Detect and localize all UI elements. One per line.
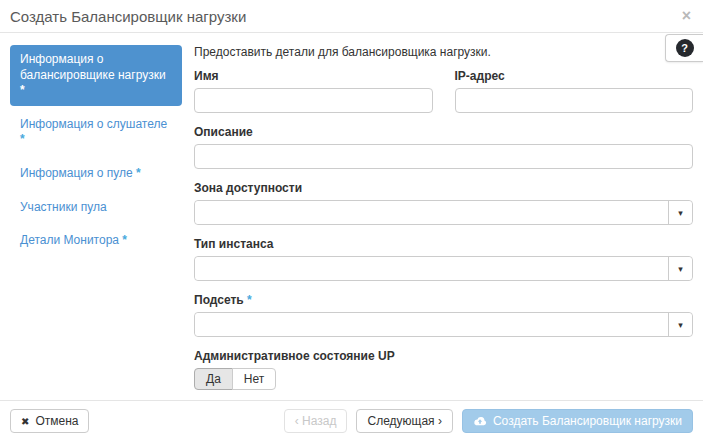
tab-label: Участники пула	[20, 200, 107, 214]
description-field-group: Описание	[194, 125, 693, 169]
required-marker: *	[20, 83, 25, 97]
form-intro-text: Предоставить детали для балансировщика н…	[194, 45, 693, 59]
submit-label: Создать Балансировщик нагрузки	[493, 414, 682, 428]
submit-button[interactable]: Создать Балансировщик нагрузки	[462, 409, 693, 433]
tab-monitor-details[interactable]: Детали Монитора *	[10, 226, 182, 256]
tab-pool-info[interactable]: Информация о пуле *	[10, 159, 182, 189]
wizard-step-list: Информация о балансировщике нагрузки * И…	[10, 45, 182, 400]
instance-type-field-group: Тип инстанса ▾	[194, 237, 693, 281]
tab-label: Детали Монитора	[20, 233, 119, 247]
availability-zone-label: Зона доступности	[194, 181, 693, 195]
admin-state-field-group: Административное состояние UP Да Нет	[194, 349, 693, 390]
required-marker: *	[247, 293, 252, 307]
modal-footer: ✖ Отмена ‹ Назад Следующая › Создать Бал…	[0, 400, 703, 441]
modal-body: ? Информация о балансировщике нагрузки *…	[0, 33, 703, 400]
question-mark-icon: ?	[676, 39, 694, 57]
required-marker: *	[122, 233, 127, 247]
wizard-nav-buttons: ‹ Назад Следующая › Создать Балансировщи…	[284, 409, 693, 433]
admin-state-toggle: Да Нет	[194, 368, 276, 390]
subnet-select[interactable]: ▾	[194, 312, 693, 337]
admin-state-yes-button[interactable]: Да	[194, 368, 233, 390]
next-button[interactable]: Следующая ›	[356, 409, 452, 433]
tab-label: Информация о пуле	[20, 166, 133, 180]
instance-type-label: Тип инстанса	[194, 237, 693, 251]
availability-zone-select[interactable]: ▾	[194, 200, 693, 225]
name-input[interactable]	[194, 88, 433, 113]
chevron-down-icon[interactable]: ▾	[668, 313, 692, 336]
ip-address-label: IP-адрес	[455, 69, 694, 83]
instance-type-select[interactable]: ▾	[194, 256, 693, 281]
tab-label: Информация о балансировщике нагрузки	[20, 52, 166, 82]
back-button[interactable]: ‹ Назад	[284, 409, 348, 433]
chevron-down-icon[interactable]: ▾	[668, 257, 692, 280]
tab-pool-members[interactable]: Участники пула	[10, 193, 182, 223]
cloud-upload-icon	[473, 416, 487, 426]
subnet-label: Подсеть *	[194, 293, 693, 307]
availability-zone-input[interactable]	[195, 201, 668, 224]
name-label: Имя	[194, 69, 433, 83]
subnet-input[interactable]	[195, 313, 668, 336]
required-marker: *	[136, 166, 141, 180]
subnet-field-group: Подсеть * ▾	[194, 293, 693, 337]
name-field-group: Имя	[194, 69, 433, 113]
cancel-label: Отмена	[35, 414, 78, 428]
tab-load-balancer-info[interactable]: Информация о балансировщике нагрузки *	[10, 45, 182, 106]
ip-address-field-group: IP-адрес	[455, 69, 694, 113]
close-icon[interactable]: ×	[682, 8, 691, 24]
modal-header: Создать Балансировщик нагрузки ×	[0, 0, 703, 33]
cancel-button[interactable]: ✖ Отмена	[10, 409, 89, 433]
help-button[interactable]: ?	[665, 34, 703, 62]
availability-zone-field-group: Зона доступности ▾	[194, 181, 693, 225]
admin-state-no-button[interactable]: Нет	[232, 368, 276, 390]
description-input[interactable]	[194, 144, 693, 169]
ip-address-input[interactable]	[455, 88, 694, 113]
admin-state-label: Административное состояние UP	[194, 349, 693, 363]
tab-listener-info[interactable]: Информация о слушателе *	[10, 110, 182, 155]
instance-type-input[interactable]	[195, 257, 668, 280]
load-balancer-form: Предоставить детали для балансировщика н…	[194, 45, 693, 400]
description-label: Описание	[194, 125, 693, 139]
required-marker: *	[20, 132, 25, 146]
chevron-down-icon[interactable]: ▾	[668, 201, 692, 224]
modal-title: Создать Балансировщик нагрузки	[10, 8, 246, 25]
x-icon: ✖	[21, 416, 29, 427]
create-load-balancer-modal: Создать Балансировщик нагрузки × ? Инфор…	[0, 0, 703, 441]
tab-label: Информация о слушателе	[20, 117, 167, 131]
